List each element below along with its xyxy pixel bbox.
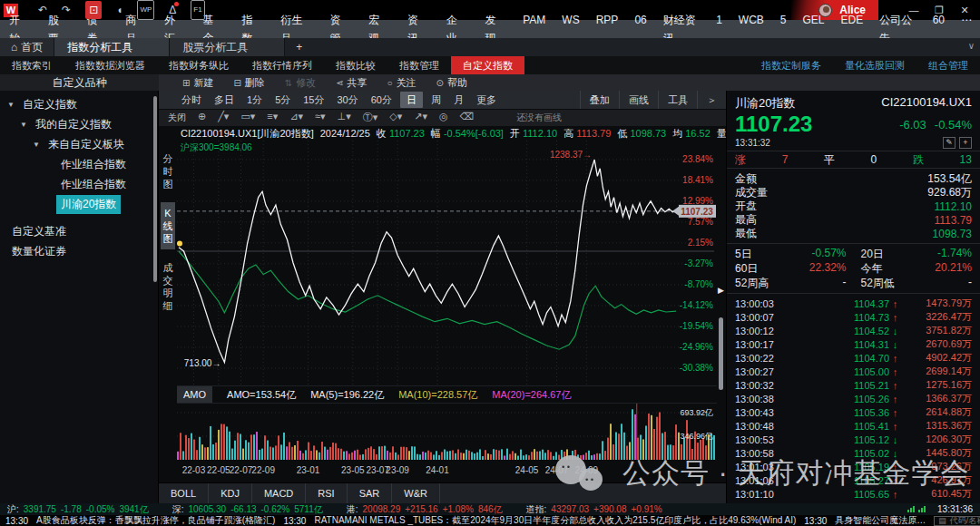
subtab-指数管理[interactable]: 指数管理 xyxy=(387,56,451,74)
svg-text:-19.54%: -19.54% xyxy=(680,321,713,331)
edit-index-icon[interactable]: ✎ xyxy=(943,137,956,149)
trash-icon[interactable]: ⌫ xyxy=(460,111,475,124)
tree-item-川渝20指数[interactable]: 川渝20指数 xyxy=(0,194,158,214)
period-5分[interactable]: 5分 xyxy=(269,92,297,108)
news-item[interactable]: A股食品板块反弹：香飘飘拉升涨停，良品铺子跟涨(格隆汇) xyxy=(36,515,275,526)
tree-item-作业组合指数[interactable]: 作业组合指数 xyxy=(0,174,158,194)
arrow-tool-icon[interactable]: ↗▾ xyxy=(414,111,427,124)
news-item[interactable]: RATNAMANI METALS _TUBES：截至2024年9月30日半年度分… xyxy=(314,515,796,526)
indicator-tab-rsi[interactable]: RSI xyxy=(306,483,347,503)
vtab-分时图[interactable]: 分时图 xyxy=(161,148,175,195)
shape-rect-icon[interactable]: ▭▾ xyxy=(240,111,255,124)
chart-scrollbar[interactable] xyxy=(719,317,723,390)
indicator-tab-boll[interactable]: BOLL xyxy=(159,483,209,503)
period-日[interactable]: 日 xyxy=(400,92,423,108)
tree-item-作业组合指数[interactable]: 作业组合指数 xyxy=(0,154,158,174)
news-item[interactable]: 具身智能公司魔法原… xyxy=(835,515,926,526)
period-月[interactable]: 月 xyxy=(447,92,470,108)
chart-tool-叠加[interactable]: 叠加 xyxy=(580,91,619,109)
indicator-tab-kdj[interactable]: KDJ xyxy=(209,483,252,503)
tree-item-数量化证券[interactable]: 数量化证券 xyxy=(0,241,158,261)
subtab-指数数据浏览器[interactable]: 指数数据浏览器 xyxy=(64,56,157,74)
expand-arrow-icon[interactable]: ▶ xyxy=(718,286,724,295)
tick-volume: 2670.69万 xyxy=(901,337,972,351)
tree-label: 来自自定义板块 xyxy=(44,135,129,154)
删除-button[interactable]: ⊟删除 xyxy=(233,76,264,90)
subtab-指数比较[interactable]: 指数比较 xyxy=(324,56,387,74)
svg-text:693.92亿: 693.92亿 xyxy=(680,408,713,417)
panel-splitter[interactable]: ▶ xyxy=(717,141,726,482)
amo-tab[interactable]: AMO xyxy=(177,386,212,403)
period-分时[interactable]: 分时 xyxy=(175,92,208,108)
polygon-icon[interactable]: ◇▾ xyxy=(389,111,402,124)
vtab-k线图[interactable]: K线图 xyxy=(161,202,175,249)
period-30分[interactable]: 30分 xyxy=(331,92,365,108)
tab-home[interactable]: ⌂ 首页 xyxy=(0,38,54,56)
tick-time: 13:00:48 xyxy=(735,421,788,432)
帮助-button[interactable]: ⊙帮助 xyxy=(436,76,467,90)
chart-tool-[interactable]: ＞ xyxy=(697,91,726,109)
indicator-tab-w&r[interactable]: W&R xyxy=(392,483,440,503)
new-icon: ⊞ xyxy=(182,78,190,88)
fib-icon[interactable]: ⊥▾ xyxy=(338,111,351,124)
screenshot-icon[interactable]: ⊡ xyxy=(85,1,102,19)
eye-icon[interactable]: ◎ xyxy=(439,111,448,124)
chart-tool-工具[interactable]: 工具 xyxy=(658,91,697,109)
caret-down-icon[interactable]: ▼ xyxy=(33,141,40,149)
caret-down-icon[interactable]: ▼ xyxy=(20,121,27,129)
trendline-icon[interactable]: ╱▾ xyxy=(218,111,229,124)
subtab-指数索引[interactable]: 指数索引 xyxy=(0,56,64,74)
period-15分[interactable]: 15分 xyxy=(297,92,330,108)
add-tab-button[interactable]: + xyxy=(285,38,313,56)
vtab-成交明细[interactable]: 成交明细 xyxy=(161,257,175,317)
tree-item-自定义基准[interactable]: 自定义基准 xyxy=(0,221,158,241)
close-drawing-button[interactable]: 关闭 xyxy=(168,112,186,124)
link-指数定制服务[interactable]: 指数定制服务 xyxy=(750,56,833,74)
period-周[interactable]: 周 xyxy=(425,92,447,108)
subtab-指数行情序列[interactable]: 指数行情序列 xyxy=(240,56,324,74)
共享-button[interactable]: ⋖共享 xyxy=(336,76,367,90)
新建-button[interactable]: ⊞新建 xyxy=(182,76,213,90)
channel-icon[interactable]: ⊿▾ xyxy=(289,111,303,124)
关注-button[interactable]: ○关注 xyxy=(387,76,416,90)
crosshair-icon[interactable]: ⊕ xyxy=(198,111,206,124)
market-change: +215.16 xyxy=(405,504,437,514)
perf-label: 5日 xyxy=(735,247,752,262)
link-组合管理[interactable]: 组合管理 xyxy=(916,56,980,74)
chevron-down-icon[interactable]: ∨ xyxy=(968,41,975,51)
tree-item-来自自定义板块[interactable]: ▼来自自定义板块 xyxy=(0,134,158,154)
caret-down-icon[interactable]: ▼ xyxy=(7,101,15,109)
subtab-指数财务纵比[interactable]: 指数财务纵比 xyxy=(157,56,240,74)
period-更多[interactable]: 更多 xyxy=(470,92,503,108)
text-tool-icon[interactable]: Ⓣ▾ xyxy=(363,111,378,124)
tree-item-我的自定义指数[interactable]: ▼我的自定义指数 xyxy=(0,114,158,134)
chat-icon[interactable]: ◖ xyxy=(116,1,122,19)
tree-item-自定义指数[interactable]: ▼自定义指数 xyxy=(0,94,158,114)
link-量化选股回测[interactable]: 量化选股回测 xyxy=(833,56,916,74)
tick-price: 1104.31 xyxy=(788,339,889,350)
period-60分[interactable]: 60分 xyxy=(365,92,398,108)
tab-指数分析工具[interactable]: 指数分析工具 xyxy=(54,38,170,56)
up-label: 涨 xyxy=(735,152,746,168)
f1-doc-icon[interactable]: F1 xyxy=(191,0,204,20)
tick-row: 13:00:381105.26↑1366.37万 xyxy=(735,392,972,405)
period-多日[interactable]: 多日 xyxy=(208,92,240,108)
redo-icon[interactable]: ↷ xyxy=(62,1,71,19)
indicator-tab-sar[interactable]: SAR xyxy=(348,483,393,503)
price-chart[interactable]: 23.84%18.41%12.99%7.57%2.15%-3.27%-8.70%… xyxy=(177,141,717,385)
undo-icon[interactable]: ↶ xyxy=(38,1,47,19)
tab-股票分析工具[interactable]: 股票分析工具 xyxy=(170,38,285,56)
bell-icon[interactable]: Δ xyxy=(169,1,176,19)
period-1分[interactable]: 1分 xyxy=(240,92,269,108)
chart-tool-画线[interactable]: 画线 xyxy=(619,91,658,109)
wp-icon[interactable]: WP xyxy=(137,0,154,20)
hline-icon[interactable]: ≡▾ xyxy=(267,111,278,124)
sidebar-scrollbar[interactable] xyxy=(153,96,157,282)
subtab-自定义指数[interactable]: 自定义指数 xyxy=(451,56,524,74)
search-input[interactable]: ▤代码/名称/简拼/功能 xyxy=(934,516,980,526)
indicator-tab-macd[interactable]: MACD xyxy=(252,483,306,503)
volume-chart[interactable]: 693.92亿346.96亿 xyxy=(177,404,717,462)
wave-icon[interactable]: ≈▾ xyxy=(315,111,326,124)
arrow-up-icon: ↑ xyxy=(889,489,901,500)
add-index-icon[interactable]: + xyxy=(959,137,972,149)
